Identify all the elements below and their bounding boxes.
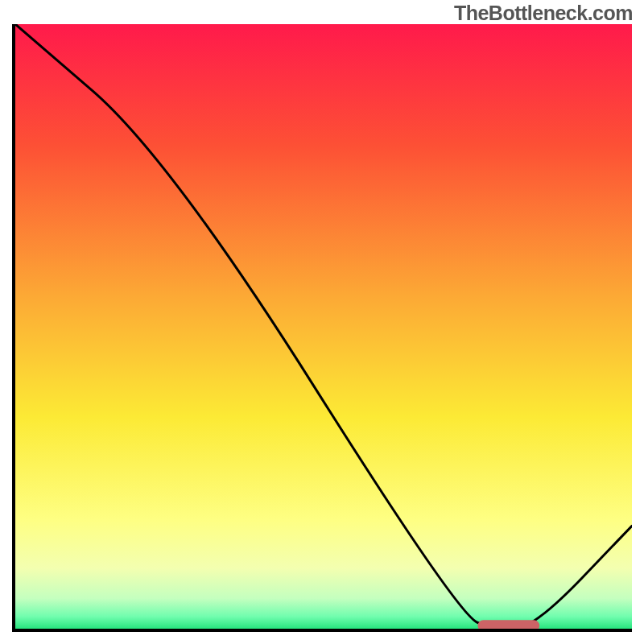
optimal-range-marker bbox=[478, 620, 540, 629]
plot-svg bbox=[15, 24, 632, 629]
plot-area bbox=[12, 24, 632, 632]
gradient-background bbox=[15, 24, 632, 629]
chart-frame: TheBottleneck.com bbox=[0, 0, 644, 644]
watermark-text: TheBottleneck.com bbox=[454, 2, 633, 25]
